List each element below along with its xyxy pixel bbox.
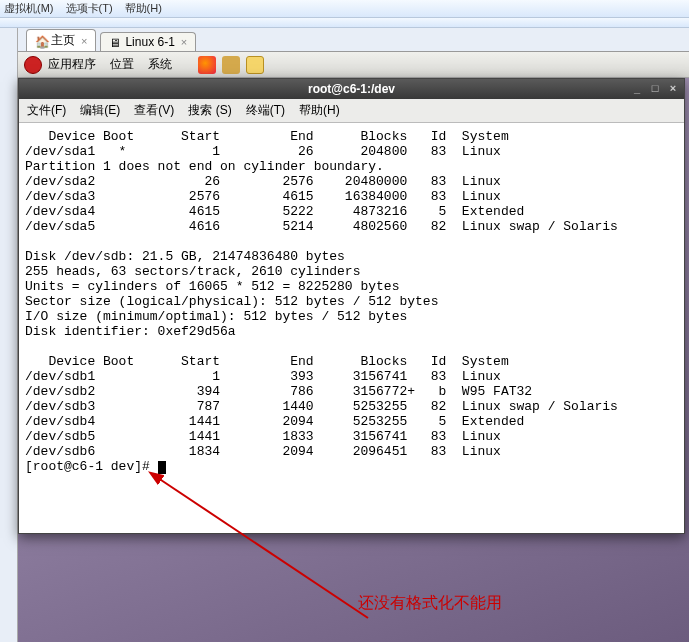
gnome-top-panel: 应用程序 位置 系统 [18,52,689,78]
maximize-icon[interactable]: □ [648,81,662,95]
term-menu-search[interactable]: 搜索 (S) [188,102,231,119]
tab-vm-label: Linux 6-1 [125,35,174,49]
gnome-system[interactable]: 系统 [148,56,172,73]
terminal-title: root@c6-1:/dev [308,82,395,96]
cursor [158,461,166,474]
terminal-menubar: 文件(F) 编辑(E) 查看(V) 搜索 (S) 终端(T) 帮助(H) [19,99,684,123]
gnome-apps[interactable]: 应用程序 [48,56,96,73]
mail-icon[interactable] [222,56,240,74]
tab-home-label: 主页 [51,32,75,49]
vmware-menubar: 虚拟机(M) 选项卡(T) 帮助(H) [0,0,689,18]
notes-icon[interactable] [246,56,264,74]
terminal-window: root@c6-1:/dev _ □ × 文件(F) 编辑(E) 查看(V) 搜… [18,78,685,534]
term-menu-help[interactable]: 帮助(H) [299,102,340,119]
term-menu-terminal[interactable]: 终端(T) [246,102,285,119]
home-icon: 🏠 [35,35,47,47]
annotation-text: 还没有格式化不能用 [358,593,502,614]
terminal-titlebar[interactable]: root@c6-1:/dev _ □ × [19,79,684,99]
vm-icon: 🖥 [109,36,121,48]
close-icon[interactable]: × [181,36,187,48]
menu-help[interactable]: 帮助(H) [125,1,162,16]
gnome-places[interactable]: 位置 [110,56,134,73]
menu-vm[interactable]: 虚拟机(M) [4,1,54,16]
redhat-icon[interactable] [24,56,42,74]
term-menu-file[interactable]: 文件(F) [27,102,66,119]
tab-linux-vm[interactable]: 🖥 Linux 6-1 × [100,32,196,51]
terminal-output[interactable]: Device Boot Start End Blocks Id System /… [19,123,684,533]
menu-tabs[interactable]: 选项卡(T) [66,1,113,16]
tab-home[interactable]: 🏠 主页 × [26,29,96,51]
minimize-icon[interactable]: _ [630,81,644,95]
close-icon[interactable]: × [666,81,680,95]
term-menu-edit[interactable]: 编辑(E) [80,102,120,119]
term-menu-view[interactable]: 查看(V) [134,102,174,119]
firefox-icon[interactable] [198,56,216,74]
vmware-sidebar[interactable] [0,28,18,642]
vm-tab-bar: 🏠 主页 × 🖥 Linux 6-1 × [18,28,689,52]
close-icon[interactable]: × [81,35,87,47]
vmware-toolbar [0,18,689,28]
